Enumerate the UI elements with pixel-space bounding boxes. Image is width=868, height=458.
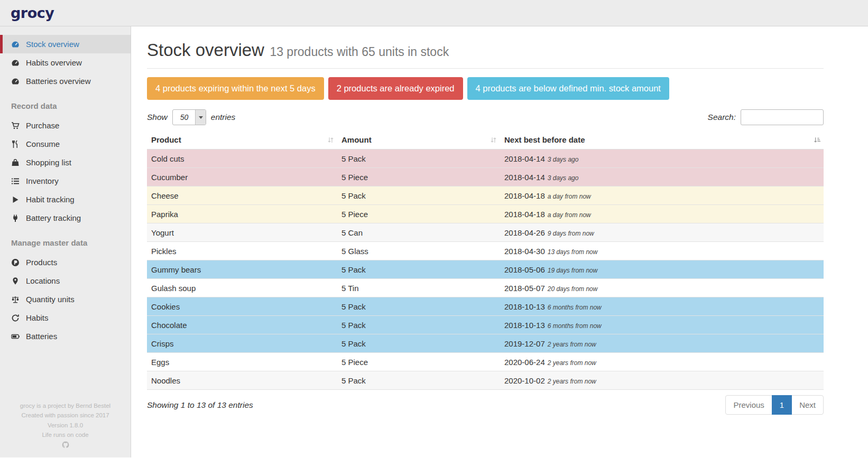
column-header-next-best-before-date[interactable]: Next best before date	[500, 130, 824, 149]
product-cell: Cucumber	[147, 168, 337, 186]
table-row-cold-cuts[interactable]: Cold cuts5 Pack2018-04-143 days ago	[147, 149, 824, 168]
search-input[interactable]	[741, 109, 824, 125]
sidebar-item-purchase[interactable]: Purchase	[0, 116, 131, 135]
sort-amount-asc-icon[interactable]	[814, 136, 820, 143]
best-before-date: 2020-06-24	[504, 358, 545, 367]
best-before-date: 2018-04-30	[504, 247, 545, 256]
table-row-cookies[interactable]: Cookies5 Pack2018-10-136 months from now	[147, 297, 824, 316]
gauge-icon	[11, 59, 20, 67]
pagination-previous[interactable]: Previous	[725, 395, 772, 415]
warning-alert-button[interactable]: 4 products expiring within the next 5 da…	[147, 77, 324, 100]
sidebar-item-locations[interactable]: Locations	[0, 272, 131, 290]
sidebar-item-shopping-list[interactable]: Shopping list	[0, 153, 131, 172]
table-header-row: Product Amount Next best before date	[147, 130, 824, 149]
sort-both-icon[interactable]	[490, 136, 497, 143]
best-before-date: 2020-10-02	[504, 376, 545, 385]
grocy-logo[interactable]: grocy	[11, 5, 54, 21]
table-row-gulash-soup[interactable]: Gulash soup5 Tin2018-05-0720 days from n…	[147, 279, 824, 297]
sidebar-item-label: Purchase	[26, 121, 59, 130]
sidebar-item-batteries[interactable]: Batteries	[0, 327, 131, 345]
next-best-before-date-cell: 2018-04-143 days ago	[500, 149, 824, 168]
sort-both-icon[interactable]	[327, 136, 334, 143]
cart-icon	[11, 121, 20, 130]
sidebar-item-label: Consume	[26, 139, 60, 148]
table-row-paprika[interactable]: Paprika5 Piece2018-04-18a day from now	[147, 205, 824, 223]
timeago-text: a day from now	[548, 211, 591, 219]
product-cell: Yogurt	[147, 223, 337, 242]
next-best-before-date-cell: 2018-04-18a day from now	[500, 186, 824, 205]
page-size-select-wrap: 50	[172, 109, 206, 125]
refresh-icon	[11, 314, 20, 322]
sidebar-item-label: Quantity units	[26, 295, 75, 304]
gauge-icon	[11, 40, 20, 49]
sidebar-footer-line: Version 1.8.0	[0, 420, 131, 430]
product-cell: Gulash soup	[147, 279, 337, 297]
amount-cell: 5 Pack	[337, 334, 500, 353]
info-alert-button[interactable]: 4 products are below defined min. stock …	[467, 77, 669, 100]
column-header-product[interactable]: Product	[147, 130, 337, 149]
page-size-select[interactable]: 50	[172, 109, 206, 125]
search-control: Search:	[708, 109, 824, 125]
pagination-page-1[interactable]: 1	[772, 395, 792, 415]
column-header-amount[interactable]: Amount	[337, 130, 500, 149]
sidebar-item-label: Inventory	[26, 176, 59, 185]
sidebar-item-label: Shopping list	[26, 158, 71, 167]
table-footer: Showing 1 to 13 of 13 entries Previous 1…	[147, 395, 824, 415]
sidebar-item-label: Batteries overview	[26, 77, 91, 86]
github-icon[interactable]	[62, 441, 69, 448]
table-row-eggs[interactable]: Eggs5 Piece2020-06-242 years from now	[147, 353, 824, 371]
product-cell: Cold cuts	[147, 149, 337, 168]
column-label: Next best before date	[504, 135, 585, 144]
best-before-date: 2018-04-18	[504, 191, 545, 200]
next-best-before-date-cell: 2018-04-269 days from now	[500, 223, 824, 242]
page-header: Stock overview 13 products with 65 units…	[147, 40, 824, 60]
table-row-yogurt[interactable]: Yogurt5 Can2018-04-269 days from now	[147, 223, 824, 242]
amount-cell: 5 Pack	[337, 260, 500, 279]
sidebar-item-habits-overview[interactable]: Habits overview	[0, 53, 131, 72]
main-content: Stock overview 13 products with 65 units…	[131, 26, 868, 457]
amount-cell: 5 Pack	[337, 316, 500, 334]
sidebar-item-batteries-overview[interactable]: Batteries overview	[0, 72, 131, 90]
sidebar-footer-line: grocy is a project by Bernd Bestel	[0, 401, 131, 410]
table-controls: Show 50 entries Search:	[147, 109, 824, 125]
danger-alert-button[interactable]: 2 products are already expired	[328, 77, 463, 100]
list-icon	[11, 177, 20, 185]
sidebar-item-habit-tracking[interactable]: Habit tracking	[0, 190, 131, 209]
table-row-pickles[interactable]: Pickles5 Glass2018-04-3013 days from now	[147, 242, 824, 260]
sidebar-item-label: Battery tracking	[26, 213, 81, 222]
timeago-text: 20 days from now	[548, 285, 598, 293]
table-row-chocolate[interactable]: Chocolate5 Pack2018-10-136 months from n…	[147, 316, 824, 334]
sidebar-item-inventory[interactable]: Inventory	[0, 172, 131, 190]
table-row-crisps[interactable]: Crisps5 Pack2019-12-072 years from now	[147, 334, 824, 353]
scale-icon	[11, 295, 20, 304]
topbar: grocy	[0, 0, 868, 26]
sidebar-item-battery-tracking[interactable]: Battery tracking	[0, 209, 131, 227]
timeago-text: 2 years from now	[548, 378, 596, 385]
table-row-noodles[interactable]: Noodles5 Pack2020-10-022 years from now	[147, 371, 824, 390]
amount-cell: 5 Piece	[337, 168, 500, 186]
stock-alerts: 4 products expiring within the next 5 da…	[147, 77, 824, 100]
timeago-text: 6 months from now	[548, 304, 602, 311]
stock-table: Product Amount Next best before date Col…	[147, 130, 824, 390]
table-row-cucumber[interactable]: Cucumber5 Piece2018-04-143 days ago	[147, 168, 824, 186]
sidebar-item-stock-overview[interactable]: Stock overview	[0, 35, 131, 53]
header-divider	[147, 68, 824, 69]
next-best-before-date-cell: 2018-04-18a day from now	[500, 205, 824, 223]
sidebar-item-label: Products	[26, 258, 57, 267]
page-subtitle: 13 products with 65 units in stock	[270, 45, 449, 59]
best-before-date: 2018-04-14	[504, 173, 545, 182]
play-icon	[11, 195, 20, 204]
timeago-text: 9 days from now	[548, 230, 594, 237]
sidebar-item-products[interactable]: Products	[0, 253, 131, 272]
amount-cell: 5 Piece	[337, 353, 500, 371]
timeago-text: a day from now	[548, 193, 591, 200]
best-before-date: 2018-04-26	[504, 228, 545, 237]
pagination-next[interactable]: Next	[791, 395, 824, 415]
sidebar-item-consume[interactable]: Consume	[0, 135, 131, 153]
table-row-gummy-bears[interactable]: Gummy bears5 Pack2018-05-0619 days from …	[147, 260, 824, 279]
table-row-cheese[interactable]: Cheese5 Pack2018-04-18a day from now	[147, 186, 824, 205]
sidebar-item-quantity-units[interactable]: Quantity units	[0, 290, 131, 309]
next-best-before-date-cell: 2018-10-136 months from now	[500, 297, 824, 316]
shopping-bag-icon	[11, 158, 20, 167]
sidebar-item-habits[interactable]: Habits	[0, 309, 131, 327]
